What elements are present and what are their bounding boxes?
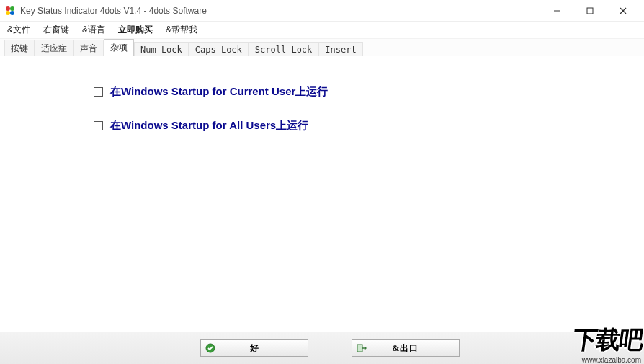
minimize-button[interactable] <box>540 0 573 22</box>
tab-scrolllock[interactable]: Scroll Lock <box>249 42 318 56</box>
svg-rect-9 <box>357 345 362 352</box>
exit-button-label: &出口 <box>393 342 419 355</box>
tab-keys[interactable]: 按键 <box>4 40 35 56</box>
checkbox-label-startup-current-user: 在Windows Startup for Current User上运行 <box>110 85 328 99</box>
exit-icon <box>357 343 367 353</box>
tab-numlock[interactable]: Num Lock <box>134 42 189 56</box>
menu-help[interactable]: &帮帮我 <box>166 24 197 36</box>
window-title: Key Status Indicator 4dots V1.4 - 4dots … <box>20 6 207 16</box>
svg-point-2 <box>6 11 10 15</box>
menu-file[interactable]: &文件 <box>7 24 30 36</box>
ok-button[interactable]: 好 <box>200 339 308 357</box>
svg-point-1 <box>10 6 14 11</box>
checkbox-icon[interactable] <box>94 87 103 97</box>
menubar: &文件 右窗键 &语言 立即购买 &帮帮我 <box>0 22 644 39</box>
app-icon <box>4 5 16 17</box>
tab-insert[interactable]: Insert <box>318 42 362 56</box>
exit-button[interactable]: &出口 <box>352 339 460 357</box>
svg-point-3 <box>10 11 14 15</box>
tabstrip: 按键 适应症 声音 杂项 Num Lock Caps Lock Scroll L… <box>0 39 644 56</box>
check-circle-icon <box>205 343 215 353</box>
svg-rect-5 <box>587 8 593 14</box>
tab-misc[interactable]: 杂项 <box>104 39 134 56</box>
menu-language[interactable]: &语言 <box>82 24 105 36</box>
tab-capslock[interactable]: Caps Lock <box>189 42 249 56</box>
tab-adaptive[interactable]: 适应症 <box>35 40 73 56</box>
svg-point-0 <box>6 6 10 11</box>
close-button[interactable] <box>607 0 640 22</box>
menu-buy-now[interactable]: 立即购买 <box>118 24 153 36</box>
checkbox-row-startup-all-users[interactable]: 在Windows Startup for All Users上运行 <box>94 119 644 133</box>
maximize-button[interactable] <box>573 0 607 22</box>
tab-content-misc: 在Windows Startup for Current User上运行 在Wi… <box>0 56 644 332</box>
checkbox-label-startup-all-users: 在Windows Startup for All Users上运行 <box>110 119 308 133</box>
checkbox-row-startup-current-user[interactable]: 在Windows Startup for Current User上运行 <box>94 85 644 99</box>
checkbox-icon[interactable] <box>94 121 103 130</box>
window-controls <box>540 0 640 22</box>
bottom-bar: 好 &出口 <box>0 332 644 364</box>
titlebar: Key Status Indicator 4dots V1.4 - 4dots … <box>0 0 644 22</box>
tab-sound[interactable]: 声音 <box>73 40 104 56</box>
menu-right-window-key[interactable]: 右窗键 <box>43 24 69 36</box>
ok-button-label: 好 <box>250 342 259 355</box>
